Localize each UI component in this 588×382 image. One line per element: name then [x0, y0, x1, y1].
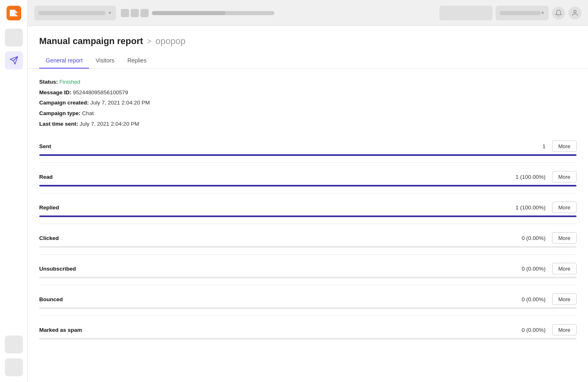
- message-id-value: 952448095856100579: [73, 89, 128, 96]
- stat-divider-clicked: [39, 254, 577, 255]
- stat-value-bounced: 0 (0.00%): [521, 296, 546, 302]
- stat-value-unsubscribed: 0 (0.00%): [521, 266, 546, 272]
- campaign-created-label: Campaign created:: [39, 100, 89, 106]
- topbar-progress: [121, 9, 434, 17]
- stat-label-unsubscribed: Unsubscribed: [39, 266, 521, 272]
- stat-value-marked-as-spam: 0 (0.00%): [521, 327, 546, 333]
- stat-header-read: Read1 (100.00%)More: [39, 171, 577, 182]
- info-message-id: Message ID: 952448095856100579: [39, 87, 577, 98]
- logo[interactable]: [6, 5, 22, 21]
- status-label: Status:: [39, 79, 58, 85]
- dropdown-arrow-icon: ▼: [108, 11, 112, 15]
- more-button-marked-as-spam[interactable]: More: [552, 324, 577, 335]
- main-wrapper: ▼ ▼: [28, 0, 588, 382]
- stat-row-clicked: Clicked0 (0.00%)More: [39, 232, 577, 255]
- info-status: Status: Finished: [39, 77, 577, 87]
- progress-dot-2: [131, 9, 139, 17]
- more-button-unsubscribed[interactable]: More: [552, 263, 577, 274]
- topbar-action-btn[interactable]: [439, 6, 492, 20]
- stat-value-clicked: 0 (0.00%): [521, 235, 546, 241]
- last-time-sent-label: Last time sent:: [39, 121, 78, 127]
- progress-dots: [121, 9, 149, 17]
- stat-bar-container-bounced: [39, 307, 577, 309]
- stat-row-unsubscribed: Unsubscribed0 (0.00%)More: [39, 263, 577, 285]
- more-button-bounced[interactable]: More: [552, 293, 577, 305]
- tab-general-report[interactable]: General report: [39, 53, 89, 69]
- stat-label-replied: Replied: [39, 204, 515, 211]
- sidebar-item-1[interactable]: [5, 29, 23, 47]
- campaign-type-value: Chat: [82, 110, 94, 116]
- campaign-created-value: July 7, 2021 2:04:20 PM: [90, 100, 150, 106]
- campaign-type-label: Campaign type:: [39, 110, 80, 116]
- tab-visitors[interactable]: Visitors: [89, 53, 121, 69]
- topbar-right: ▼: [439, 6, 581, 20]
- stat-header-replied: Replied1 (100.00%)More: [39, 202, 577, 213]
- stat-bar-container-marked-as-spam: [39, 338, 577, 340]
- progress-dot-3: [140, 9, 149, 17]
- page-content: Manual campaign report > opopop General …: [28, 26, 588, 382]
- sidebar-item-bottom-2[interactable]: [5, 358, 23, 376]
- stat-divider-replied: [39, 224, 577, 224]
- stat-label-read: Read: [39, 174, 515, 180]
- breadcrumb-subtitle: opopop: [156, 36, 185, 47]
- stat-bar-container-sent: [39, 154, 577, 156]
- info-campaign-type: Campaign type: Chat: [39, 108, 577, 119]
- progress-bar: [152, 11, 274, 15]
- tab-replies[interactable]: Replies: [121, 53, 153, 69]
- stat-bar-replied: [39, 215, 577, 217]
- stat-header-marked-as-spam: Marked as spam0 (0.00%)More: [39, 324, 577, 335]
- stat-row-marked-as-spam: Marked as spam0 (0.00%)More: [39, 324, 577, 340]
- info-last-time-sent: Last time sent: July 7, 2021 2:04:20 PM: [39, 119, 577, 129]
- last-time-sent-value: July 7, 2021 2:04:20 PM: [80, 121, 139, 127]
- stat-label-bounced: Bounced: [39, 296, 521, 302]
- progress-dot-1: [121, 9, 129, 17]
- stat-value-sent: 1: [542, 143, 546, 149]
- stat-header-unsubscribed: Unsubscribed0 (0.00%)More: [39, 263, 577, 274]
- topbar: ▼ ▼: [28, 0, 588, 26]
- stat-row-read: Read1 (100.00%)More: [39, 171, 577, 193]
- breadcrumb-separator: >: [147, 37, 151, 46]
- notification-bell-icon[interactable]: [552, 7, 565, 20]
- more-button-clicked[interactable]: More: [552, 232, 577, 244]
- more-button-read[interactable]: More: [552, 171, 577, 182]
- stat-value-read: 1 (100.00%): [515, 174, 546, 180]
- stat-header-bounced: Bounced0 (0.00%)More: [39, 293, 577, 305]
- stat-value-replied: 1 (100.00%): [515, 204, 546, 211]
- topbar-dropdown-btn[interactable]: ▼: [496, 6, 549, 20]
- stat-divider-sent: [39, 162, 577, 163]
- content-card: Manual campaign report > opopop General …: [28, 26, 588, 382]
- stat-row-sent: Sent1More: [39, 140, 577, 163]
- status-value: Finished: [60, 79, 80, 85]
- sidebar-item-2[interactable]: [5, 51, 23, 69]
- topbar-dropdown[interactable]: ▼: [34, 6, 116, 20]
- stat-bar-container-clicked: [39, 246, 577, 248]
- svg-point-1: [574, 10, 576, 13]
- user-avatar[interactable]: [568, 7, 581, 20]
- stat-divider-bounced: [39, 315, 577, 316]
- stat-divider-read: [39, 193, 577, 193]
- stat-bar-container-replied: [39, 215, 577, 217]
- info-campaign-created: Campaign created: July 7, 2021 2:04:20 P…: [39, 98, 577, 108]
- stat-header-sent: Sent1More: [39, 140, 577, 152]
- stat-bar-read: [39, 185, 577, 187]
- info-section: Status: Finished Message ID: 95244809585…: [28, 69, 588, 140]
- stat-bar-sent: [39, 154, 577, 156]
- stat-label-sent: Sent: [39, 143, 542, 149]
- stat-bar-container-unsubscribed: [39, 277, 577, 278]
- breadcrumb: Manual campaign report > opopop: [28, 26, 588, 47]
- message-id-label: Message ID:: [39, 89, 71, 96]
- more-button-sent[interactable]: More: [552, 140, 577, 152]
- stats-section: Sent1MoreRead1 (100.00%)MoreReplied1 (10…: [28, 140, 588, 359]
- tabs: General report Visitors Replies: [28, 53, 588, 69]
- stat-row-bounced: Bounced0 (0.00%)More: [39, 293, 577, 316]
- more-button-replied[interactable]: More: [552, 202, 577, 213]
- breadcrumb-title: Manual campaign report: [39, 36, 143, 47]
- stat-divider-unsubscribed: [39, 285, 577, 285]
- stat-row-replied: Replied1 (100.00%)More: [39, 202, 577, 224]
- stat-label-marked-as-spam: Marked as spam: [39, 327, 521, 333]
- stat-label-clicked: Clicked: [39, 235, 521, 241]
- stat-header-clicked: Clicked0 (0.00%)More: [39, 232, 577, 244]
- stat-bar-container-read: [39, 185, 577, 187]
- sidebar-item-bottom-1[interactable]: [5, 335, 23, 353]
- sidebar: [0, 0, 28, 382]
